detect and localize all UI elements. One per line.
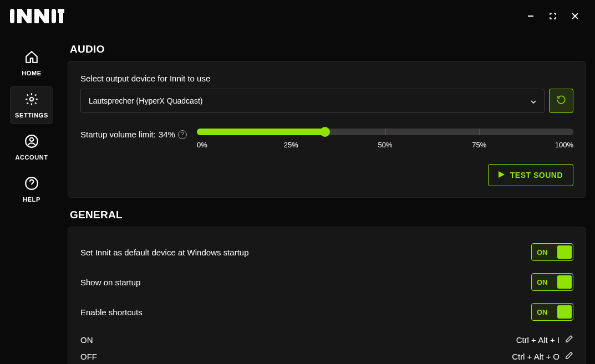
home-icon xyxy=(24,50,39,66)
sidebar-item-label: HELP xyxy=(23,196,40,203)
sidebar-item-help[interactable]: HELP xyxy=(10,171,53,208)
shortcut-off-label: OFF xyxy=(80,352,97,361)
close-button[interactable] xyxy=(564,5,586,27)
help-icon xyxy=(24,176,39,193)
svg-point-7 xyxy=(30,138,34,142)
refresh-devices-button[interactable] xyxy=(549,89,573,113)
setting-label-default-device: Set Innit as default device at Windows s… xyxy=(80,248,249,257)
shortcut-off-keys: Ctrl + Alt + O xyxy=(512,352,560,361)
sidebar-item-label: HOME xyxy=(22,70,41,76)
volume-slider[interactable] xyxy=(197,129,573,135)
audio-panel: Select output device for Innit to use La… xyxy=(68,61,586,198)
app-logo xyxy=(10,9,64,23)
chevron-down-icon xyxy=(531,96,536,106)
svg-rect-1 xyxy=(52,9,56,23)
sidebar-item-label: SETTINGS xyxy=(15,112,48,119)
volume-limit-value: 34% xyxy=(159,130,175,139)
section-title-audio: AUDIO xyxy=(70,43,586,55)
maximize-button[interactable] xyxy=(542,5,564,27)
account-icon xyxy=(24,134,39,151)
volume-help-icon[interactable]: ? xyxy=(178,130,187,139)
toggle-enable-shortcuts[interactable]: ON xyxy=(531,303,573,321)
edit-shortcut-on-icon[interactable] xyxy=(565,335,573,345)
toggle-knob xyxy=(557,305,572,319)
toggle-knob xyxy=(557,275,572,289)
content-area: AUDIO Select output device for Innit to … xyxy=(63,32,595,364)
sidebar-item-label: ACCOUNT xyxy=(15,154,48,161)
output-device-label: Select output device for Innit to use xyxy=(80,74,573,83)
gear-icon xyxy=(24,92,39,109)
volume-slider-thumb[interactable] xyxy=(320,127,330,137)
refresh-icon xyxy=(556,95,566,107)
output-device-value: Lautsprecher (HyperX Quadcast) xyxy=(89,96,202,105)
sidebar-item-home[interactable]: HOME xyxy=(10,44,53,82)
output-device-dropdown[interactable]: Lautsprecher (HyperX Quadcast) xyxy=(80,89,545,113)
svg-point-5 xyxy=(30,98,34,101)
setting-label-enable-shortcuts: Enable shortcuts xyxy=(80,307,143,317)
volume-slider-ticks: 0% 25% 50% 75% 100% xyxy=(197,141,573,150)
sidebar-item-account[interactable]: ACCOUNT xyxy=(10,129,53,166)
shortcut-on-keys: Ctrl + Alt + I xyxy=(516,335,560,345)
test-sound-button[interactable]: TEST SOUND xyxy=(488,164,573,186)
section-title-general: GENERAL xyxy=(70,209,586,221)
minimize-button[interactable] xyxy=(520,5,542,27)
toggle-knob xyxy=(557,245,572,259)
toggle-default-device[interactable]: ON xyxy=(531,243,573,261)
sidebar-item-settings[interactable]: SETTINGS xyxy=(10,86,53,124)
setting-label-show-startup: Show on startup xyxy=(80,278,140,287)
general-panel: Set Innit as default device at Windows s… xyxy=(68,227,586,364)
title-bar xyxy=(0,0,595,32)
toggle-show-startup[interactable]: ON xyxy=(531,273,573,291)
volume-limit-label: Startup volume limit: 34% ? xyxy=(80,129,187,139)
shortcut-on-label: ON xyxy=(80,335,93,345)
svg-rect-0 xyxy=(10,9,14,23)
play-icon xyxy=(499,171,505,180)
edit-shortcut-off-icon[interactable] xyxy=(565,351,573,361)
sidebar: HOME SETTINGS ACCOUNT HELP xyxy=(0,32,63,364)
